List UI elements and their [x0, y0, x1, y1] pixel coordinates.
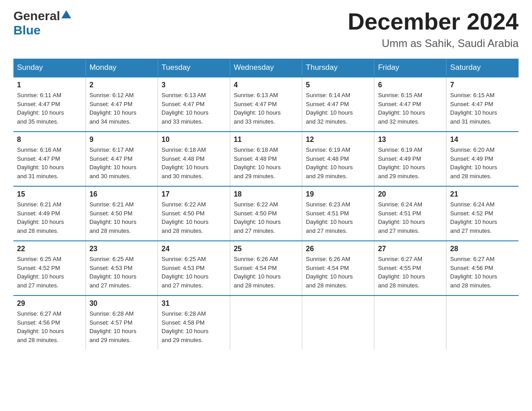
calendar-table: Sunday Monday Tuesday Wednesday Thursday… — [13, 59, 519, 350]
day-info: Sunrise: 6:11 AM Sunset: 4:47 PM Dayligh… — [17, 91, 82, 126]
calendar-week-row: 22 Sunrise: 6:25 AM Sunset: 4:52 PM Dayl… — [13, 241, 519, 295]
calendar-day-cell: 10 Sunrise: 6:18 AM Sunset: 4:48 PM Dayl… — [158, 132, 230, 186]
title-section: December 2024 Umm as Sahik, Saudi Arabia — [348, 9, 519, 50]
calendar-day-cell: 29 Sunrise: 6:27 AM Sunset: 4:56 PM Dayl… — [13, 295, 86, 350]
day-info: Sunrise: 6:12 AM Sunset: 4:47 PM Dayligh… — [90, 91, 154, 126]
day-info: Sunrise: 6:27 AM Sunset: 4:56 PM Dayligh… — [450, 255, 515, 290]
calendar-week-row: 1 Sunrise: 6:11 AM Sunset: 4:47 PM Dayli… — [13, 77, 519, 132]
day-info: Sunrise: 6:27 AM Sunset: 4:55 PM Dayligh… — [378, 255, 442, 290]
day-number: 11 — [234, 136, 298, 144]
day-number: 21 — [450, 190, 515, 198]
logo-general: General — [13, 9, 60, 23]
day-number: 9 — [90, 136, 154, 144]
day-info: Sunrise: 6:20 AM Sunset: 4:49 PM Dayligh… — [450, 146, 515, 180]
day-number: 12 — [306, 136, 370, 144]
day-info: Sunrise: 6:26 AM Sunset: 4:54 PM Dayligh… — [306, 255, 370, 290]
calendar-day-cell: 2 Sunrise: 6:12 AM Sunset: 4:47 PM Dayli… — [86, 77, 158, 132]
calendar-week-row: 29 Sunrise: 6:27 AM Sunset: 4:56 PM Dayl… — [13, 295, 519, 350]
day-number: 2 — [90, 81, 154, 89]
calendar-day-cell: 9 Sunrise: 6:17 AM Sunset: 4:47 PM Dayli… — [86, 132, 158, 186]
col-thursday: Thursday — [302, 59, 374, 77]
day-info: Sunrise: 6:28 AM Sunset: 4:58 PM Dayligh… — [162, 309, 226, 344]
calendar-day-cell: 14 Sunrise: 6:20 AM Sunset: 4:49 PM Dayl… — [446, 132, 519, 186]
day-number: 15 — [17, 190, 82, 198]
col-saturday: Saturday — [446, 59, 519, 77]
day-info: Sunrise: 6:18 AM Sunset: 4:48 PM Dayligh… — [162, 146, 226, 180]
day-number: 17 — [162, 190, 226, 198]
day-info: Sunrise: 6:19 AM Sunset: 4:49 PM Dayligh… — [378, 146, 442, 180]
day-info: Sunrise: 6:23 AM Sunset: 4:51 PM Dayligh… — [306, 200, 370, 235]
day-number: 24 — [162, 245, 226, 253]
calendar-day-cell — [374, 295, 446, 350]
calendar-day-cell: 17 Sunrise: 6:22 AM Sunset: 4:50 PM Dayl… — [158, 186, 230, 241]
calendar-day-cell: 16 Sunrise: 6:21 AM Sunset: 4:50 PM Dayl… — [86, 186, 158, 241]
day-info: Sunrise: 6:24 AM Sunset: 4:51 PM Dayligh… — [378, 200, 442, 235]
calendar-day-cell: 1 Sunrise: 6:11 AM Sunset: 4:47 PM Dayli… — [13, 77, 86, 132]
day-number: 27 — [378, 245, 442, 253]
day-number: 22 — [17, 245, 82, 253]
day-number: 31 — [162, 300, 226, 308]
day-info: Sunrise: 6:21 AM Sunset: 4:50 PM Dayligh… — [90, 200, 154, 235]
calendar-day-cell: 31 Sunrise: 6:28 AM Sunset: 4:58 PM Dayl… — [158, 295, 230, 350]
day-number: 6 — [378, 81, 442, 89]
day-info: Sunrise: 6:22 AM Sunset: 4:50 PM Dayligh… — [234, 200, 298, 235]
col-friday: Friday — [374, 59, 446, 77]
location-title: Umm as Sahik, Saudi Arabia — [348, 37, 519, 50]
day-info: Sunrise: 6:25 AM Sunset: 4:53 PM Dayligh… — [162, 255, 226, 290]
day-number: 16 — [90, 190, 154, 198]
col-sunday: Sunday — [13, 59, 86, 77]
calendar-day-cell: 12 Sunrise: 6:19 AM Sunset: 4:48 PM Dayl… — [302, 132, 374, 186]
calendar-day-cell: 19 Sunrise: 6:23 AM Sunset: 4:51 PM Dayl… — [302, 186, 374, 241]
calendar-day-cell: 7 Sunrise: 6:15 AM Sunset: 4:47 PM Dayli… — [446, 77, 519, 132]
calendar-day-cell: 13 Sunrise: 6:19 AM Sunset: 4:49 PM Dayl… — [374, 132, 446, 186]
day-number: 25 — [234, 245, 298, 253]
day-info: Sunrise: 6:25 AM Sunset: 4:53 PM Dayligh… — [90, 255, 154, 290]
calendar-day-cell: 26 Sunrise: 6:26 AM Sunset: 4:54 PM Dayl… — [302, 241, 374, 295]
day-info: Sunrise: 6:15 AM Sunset: 4:47 PM Dayligh… — [450, 91, 515, 126]
day-number: 23 — [90, 245, 154, 253]
calendar-day-cell: 30 Sunrise: 6:28 AM Sunset: 4:57 PM Dayl… — [86, 295, 158, 350]
month-title: December 2024 — [348, 9, 519, 34]
day-number: 28 — [450, 245, 515, 253]
day-number: 13 — [378, 136, 442, 144]
day-number: 26 — [306, 245, 370, 253]
calendar-day-cell: 20 Sunrise: 6:24 AM Sunset: 4:51 PM Dayl… — [374, 186, 446, 241]
day-info: Sunrise: 6:13 AM Sunset: 4:47 PM Dayligh… — [162, 91, 226, 126]
day-number: 29 — [17, 300, 82, 308]
calendar-day-cell: 18 Sunrise: 6:22 AM Sunset: 4:50 PM Dayl… — [230, 186, 302, 241]
calendar-day-cell: 6 Sunrise: 6:15 AM Sunset: 4:47 PM Dayli… — [374, 77, 446, 132]
day-info: Sunrise: 6:25 AM Sunset: 4:52 PM Dayligh… — [17, 255, 82, 290]
day-number: 1 — [17, 81, 82, 89]
day-info: Sunrise: 6:13 AM Sunset: 4:47 PM Dayligh… — [234, 91, 298, 126]
calendar-day-cell: 3 Sunrise: 6:13 AM Sunset: 4:47 PM Dayli… — [158, 77, 230, 132]
calendar-day-cell: 11 Sunrise: 6:18 AM Sunset: 4:48 PM Dayl… — [230, 132, 302, 186]
day-number: 4 — [234, 81, 298, 89]
col-wednesday: Wednesday — [230, 59, 302, 77]
day-number: 30 — [90, 300, 154, 308]
calendar-day-cell — [230, 295, 302, 350]
calendar-day-cell: 23 Sunrise: 6:25 AM Sunset: 4:53 PM Dayl… — [86, 241, 158, 295]
calendar-day-cell — [446, 295, 519, 350]
col-tuesday: Tuesday — [158, 59, 230, 77]
calendar-day-cell: 4 Sunrise: 6:13 AM Sunset: 4:47 PM Dayli… — [230, 77, 302, 132]
calendar-day-cell: 28 Sunrise: 6:27 AM Sunset: 4:56 PM Dayl… — [446, 241, 519, 295]
day-number: 3 — [162, 81, 226, 89]
day-number: 5 — [306, 81, 370, 89]
calendar-day-cell: 5 Sunrise: 6:14 AM Sunset: 4:47 PM Dayli… — [302, 77, 374, 132]
day-number: 20 — [378, 190, 442, 198]
day-number: 8 — [17, 136, 82, 144]
day-info: Sunrise: 6:24 AM Sunset: 4:52 PM Dayligh… — [450, 200, 515, 235]
day-info: Sunrise: 6:28 AM Sunset: 4:57 PM Dayligh… — [90, 309, 154, 344]
calendar-day-cell: 25 Sunrise: 6:26 AM Sunset: 4:54 PM Dayl… — [230, 241, 302, 295]
day-number: 10 — [162, 136, 226, 144]
day-number: 7 — [450, 81, 515, 89]
calendar-day-cell: 22 Sunrise: 6:25 AM Sunset: 4:52 PM Dayl… — [13, 241, 86, 295]
day-info: Sunrise: 6:18 AM Sunset: 4:48 PM Dayligh… — [234, 146, 298, 180]
calendar-day-cell: 21 Sunrise: 6:24 AM Sunset: 4:52 PM Dayl… — [446, 186, 519, 241]
day-number: 19 — [306, 190, 370, 198]
day-number: 14 — [450, 136, 515, 144]
calendar-header-row: Sunday Monday Tuesday Wednesday Thursday… — [13, 59, 519, 77]
day-number: 18 — [234, 190, 298, 198]
day-info: Sunrise: 6:21 AM Sunset: 4:49 PM Dayligh… — [17, 200, 82, 235]
calendar-body: 1 Sunrise: 6:11 AM Sunset: 4:47 PM Dayli… — [13, 77, 519, 350]
